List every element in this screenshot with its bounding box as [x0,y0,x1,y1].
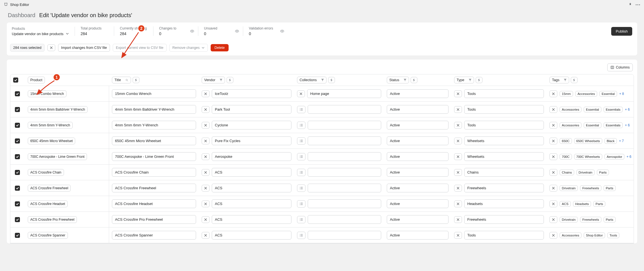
vendor-input[interactable]: ACS [212,184,291,192]
status-input[interactable]: Active [387,184,449,192]
product-chip[interactable]: ACS Crossfire Pro Freewheel [28,216,77,223]
export-csv-button[interactable]: Export current view to CSV file [113,44,167,52]
clear-vendor-button[interactable] [202,185,210,192]
collections-input[interactable] [308,215,381,224]
clear-tags-button[interactable] [549,201,557,207]
title-input[interactable]: ACS Crossfire Pro Freewheel [112,215,196,224]
vendor-input[interactable]: ACS [212,168,291,177]
vendor-input[interactable]: ACS [212,199,291,208]
tag-chip[interactable]: 700C [560,154,572,160]
status-input[interactable]: Active [387,121,449,129]
vendor-input[interactable]: ACS [212,215,291,224]
collections-list-button[interactable] [297,216,305,223]
bolt-icon[interactable] [571,77,578,83]
row-checkbox[interactable] [15,123,20,128]
clear-type-button[interactable] [454,169,462,176]
tag-chip[interactable]: Parts [604,185,616,191]
tag-chip[interactable]: ACS [560,201,571,207]
tag-chip[interactable]: Tools [607,233,619,238]
vendor-input[interactable]: Park Tool [212,105,291,114]
tag-chip[interactable]: 650C [560,138,572,144]
collections-list-button[interactable] [297,169,305,176]
row-checkbox[interactable] [15,233,20,238]
product-chip[interactable]: 650C 45mm Micro Wheelset [28,138,75,144]
tag-chip[interactable]: Drivetrain [560,217,578,222]
collections-list-button[interactable] [297,137,305,145]
collections-input[interactable]: Home page [307,89,381,98]
more-tags[interactable]: + 8 [619,92,624,96]
clear-type-button[interactable] [454,138,462,144]
bolt-icon[interactable] [328,77,335,83]
product-chip[interactable]: 4mm 5mm 6mm Balldriver Y-Wrench [28,106,88,113]
vendor-input[interactable]: IceToolz [212,89,291,98]
pin-icon[interactable] [628,2,632,7]
eye-icon[interactable] [235,29,239,33]
publish-button[interactable]: Publish [611,27,632,36]
type-input[interactable]: Tools [464,121,544,129]
clear-tags-button[interactable] [549,185,557,192]
more-tags[interactable]: + 7 [619,139,624,143]
tag-chip[interactable]: Black [604,138,617,144]
title-input[interactable]: 700C Aerospoke - Lime Green Front [112,152,196,161]
collections-input[interactable] [308,184,381,192]
vendor-input[interactable]: Aerospoke [212,152,291,161]
status-input[interactable]: Active [387,215,449,224]
eye-icon[interactable] [190,29,194,33]
vendor-input[interactable]: ACS [212,231,291,240]
row-checkbox[interactable] [15,217,20,222]
clear-vendor-button[interactable] [202,138,210,144]
clear-type-button[interactable] [454,106,462,113]
vendor-input[interactable]: Cyclone [212,121,291,129]
tag-chip[interactable]: Freewheels [580,217,601,222]
title-input[interactable]: ACS Crossfire Spanner [112,231,196,240]
collections-list-button[interactable] [297,153,305,160]
collections-list-button[interactable] [297,106,305,113]
bolt-icon[interactable] [133,77,139,83]
bolt-icon[interactable] [227,77,233,83]
status-input[interactable]: Active [387,199,449,208]
title-input[interactable]: ACS Crossfire Freewheel [112,184,196,192]
collections-list-button[interactable] [297,200,305,208]
clear-type-button[interactable] [454,185,462,192]
collections-input[interactable] [308,231,381,240]
collections-list-button[interactable] [297,122,305,129]
clear-tags-button[interactable] [549,90,557,97]
clear-collection-button[interactable] [297,90,305,97]
status-input[interactable]: Active [387,168,449,177]
type-input[interactable]: Wheelsets [464,152,544,161]
more-tags[interactable]: + 6 [625,123,630,127]
type-input[interactable]: Wheelsets [464,136,544,145]
more-icon[interactable] [636,4,640,5]
collections-input[interactable] [308,105,381,114]
collections-list-button[interactable] [297,232,305,239]
clear-vendor-button[interactable] [202,106,210,113]
tag-chip[interactable]: Drivetrain [560,185,578,191]
product-chip[interactable]: ACS Crossfire Spanner [28,232,68,239]
collections-input[interactable] [308,121,381,129]
tag-chip[interactable]: Chains [560,170,574,175]
status-input[interactable]: Active [387,105,449,114]
clear-tags-button[interactable] [549,138,557,144]
clear-tags-button[interactable] [549,216,557,223]
collections-list-button[interactable] [297,185,305,192]
collections-input[interactable] [308,199,381,208]
clear-tags-button[interactable] [549,169,557,176]
tag-chip[interactable]: Aerospoke [604,154,624,160]
title-input[interactable]: ACS Crossfire Chain [112,168,196,177]
clear-type-button[interactable] [454,232,462,239]
collections-input[interactable] [308,168,381,177]
columns-button[interactable]: Columns [607,63,633,71]
tag-chip[interactable]: 650C Wheelsets [574,138,602,144]
type-input[interactable]: Tools [464,105,544,114]
product-chip[interactable]: 700C Aerospoke - Lime Green Front [28,153,87,160]
clear-tags-button[interactable] [549,232,557,239]
type-input[interactable]: Freewheels [464,215,544,224]
status-input[interactable]: Active [387,152,449,161]
status-input[interactable]: Active [387,231,449,240]
title-input[interactable]: 4mm 5mm 6mm Balldriver Y-Wrench [112,105,196,114]
clear-vendor-button[interactable] [202,90,210,97]
tag-chip[interactable]: Accessories [560,107,581,112]
clear-vendor-button[interactable] [202,169,210,176]
status-input[interactable]: Active [387,136,449,145]
tag-chip[interactable]: Freewheels [580,185,601,191]
